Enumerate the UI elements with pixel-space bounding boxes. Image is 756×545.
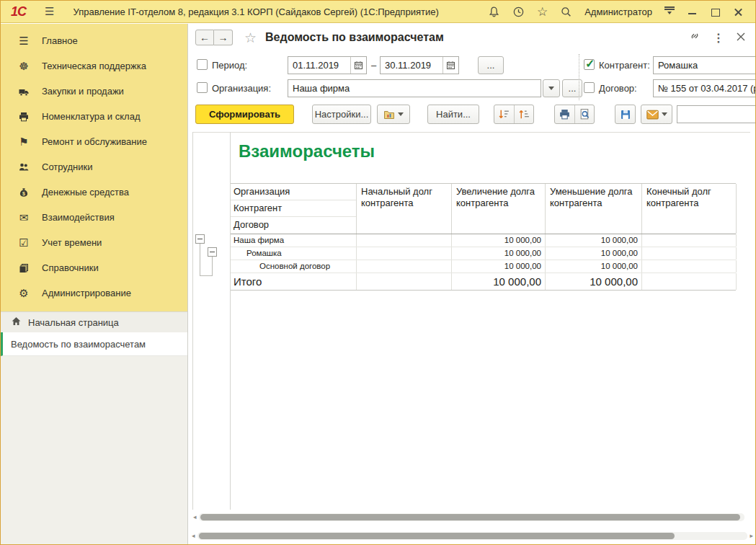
total-decrease[interactable]: 10 000,00 [546, 273, 642, 290]
expand-groups-button[interactable] [514, 105, 533, 123]
autosum-field[interactable]: 0 [677, 105, 755, 123]
organization-dropdown-button[interactable] [543, 79, 560, 97]
form-horizontal-scrollbar[interactable]: ◂ ▸ [190, 532, 755, 540]
group-cell-counterparty[interactable]: Ромашка [231, 247, 357, 260]
get-link-icon[interactable] [689, 30, 701, 45]
organization-checkbox[interactable] [197, 82, 208, 93]
more-actions-icon[interactable]: ⋮ [713, 31, 724, 45]
period-from-input[interactable] [288, 57, 350, 74]
group-cell-organization[interactable]: Наша фирма [231, 234, 357, 247]
open-window-tab[interactable]: Ведомость по взаиморасчетам [1, 332, 187, 356]
cell-increase[interactable]: 10 000,00 [452, 234, 546, 247]
chevron-down-icon [548, 87, 554, 93]
cell-decrease[interactable]: 10 000,00 [546, 234, 642, 247]
sidebar-item-employees[interactable]: Сотрудники [1, 154, 187, 180]
gear-icon: ⚙ [17, 287, 31, 300]
organization-input[interactable] [288, 80, 541, 97]
cell-final[interactable] [642, 247, 737, 260]
contract-checkbox[interactable] [584, 82, 595, 93]
forward-button[interactable]: → [214, 30, 233, 45]
organization-label: Организация: [212, 79, 271, 97]
total-initial[interactable] [357, 273, 452, 290]
report-variants-button[interactable] [377, 105, 410, 124]
cell-decrease[interactable]: 10 000,00 [546, 247, 642, 260]
sidebar-item-time-tracking[interactable]: ☑ Учет времени [1, 230, 187, 255]
scrollbar-thumb[interactable] [199, 533, 675, 539]
period-to-input[interactable] [381, 57, 443, 74]
home-page-tab[interactable]: Начальная страница [1, 311, 187, 332]
envelope-icon: ✉ [17, 211, 31, 224]
collapse-group-level2-button[interactable] [208, 247, 217, 257]
close-form-icon[interactable] [737, 31, 745, 44]
maximize-button[interactable] [710, 6, 721, 17]
calendar-icon[interactable] [443, 57, 458, 74]
svg-text:$: $ [22, 190, 25, 196]
find-button[interactable]: Найти... [427, 105, 479, 124]
header-debt-increase: Увеличение долга контрагента [452, 184, 546, 234]
form-header-actions: ⋮ [689, 30, 748, 45]
back-button[interactable]: ← [195, 30, 214, 45]
contract-input[interactable] [654, 80, 755, 97]
total-final[interactable] [642, 273, 737, 290]
scroll-left-icon[interactable]: ◂ [190, 532, 197, 540]
scrollbar-thumb[interactable] [200, 514, 740, 520]
section-panel: ☰ Главное ☸ Техническая поддержка Закупк… [1, 24, 187, 311]
favorite-star-icon[interactable]: ☆ [244, 30, 257, 46]
notifications-icon[interactable] [488, 6, 500, 18]
calendar-icon[interactable] [350, 57, 366, 74]
sidebar-item-tech-support[interactable]: ☸ Техническая поддержка [1, 53, 187, 79]
organization-field [288, 79, 541, 97]
sidebar-item-repair-maintenance[interactable]: ⚑ Ремонт и обслуживание [1, 129, 187, 154]
minimize-button[interactable] [687, 6, 698, 17]
cell-increase[interactable]: 10 000,00 [452, 247, 546, 260]
counterparty-checkbox[interactable] [584, 59, 595, 70]
cell-final[interactable] [642, 234, 737, 247]
cell-final[interactable] [642, 260, 737, 272]
total-label[interactable]: Итого [231, 273, 357, 290]
sidebar-item-administration[interactable]: ⚙ Администрирование [1, 280, 187, 306]
main-menu-icon[interactable]: ☰ [45, 5, 54, 18]
group-cell-contract[interactable]: Основной договор [231, 260, 357, 272]
print-icon[interactable] [555, 105, 574, 123]
sidebar-item-money[interactable]: $ Денежные средства [1, 180, 187, 205]
history-icon[interactable] [512, 6, 525, 18]
total-increase[interactable]: 10 000,00 [452, 273, 546, 290]
scroll-left-icon[interactable]: ◂ [191, 513, 199, 521]
sidebar-item-interactions[interactable]: ✉ Взаимодействия [1, 205, 187, 230]
sidebar: ☰ Главное ☸ Техническая поддержка Закупк… [1, 24, 188, 544]
window-title: Управление IT-отделом 8, редакция 3.1 КО… [73, 6, 438, 17]
table-row: Основной договор 10 000,00 10 000,00 [231, 260, 736, 273]
cell-decrease[interactable]: 10 000,00 [546, 260, 642, 272]
sheet-horizontal-scrollbar[interactable]: ◂ [191, 513, 744, 521]
generate-button[interactable]: Сформировать [195, 105, 294, 124]
employees-icon [17, 161, 31, 173]
send-email-button[interactable] [641, 105, 672, 124]
cell-increase[interactable]: 10 000,00 [452, 260, 546, 272]
settings-button[interactable]: Настройки... [312, 105, 371, 124]
group-gutter-line [192, 132, 193, 510]
cell-initial[interactable] [357, 247, 452, 260]
save-button[interactable] [615, 105, 636, 124]
counterparty-input[interactable] [654, 57, 755, 74]
page-title: Ведомость по взаиморасчетам [265, 31, 444, 44]
sidebar-item-purchases-sales[interactable]: Закупки и продажи [1, 79, 187, 104]
search-icon[interactable] [560, 6, 572, 18]
sidebar-item-main[interactable]: ☰ Главное [1, 28, 187, 53]
period-more-button[interactable]: ... [478, 56, 504, 74]
chevron-down-icon [398, 112, 404, 119]
service-menu-icon[interactable] [664, 6, 675, 17]
cell-initial[interactable] [357, 260, 452, 272]
header-counterparty: Контрагент [231, 200, 356, 217]
print-group [554, 105, 595, 124]
favorites-icon[interactable]: ☆ [537, 4, 548, 19]
collapse-groups-button[interactable] [494, 105, 514, 123]
period-checkbox[interactable] [197, 59, 208, 70]
scroll-right-icon[interactable]: ▸ [747, 532, 755, 540]
collapse-group-level1-button[interactable] [195, 234, 205, 244]
sidebar-item-nomenclature-warehouse[interactable]: Номенклатура и склад [1, 104, 187, 129]
print-preview-icon[interactable] [574, 105, 594, 123]
cell-initial[interactable] [357, 234, 452, 247]
money-bag-icon: $ [17, 187, 31, 198]
sidebar-item-directories[interactable]: Справочники [1, 255, 187, 280]
close-window-button[interactable] [733, 6, 744, 17]
